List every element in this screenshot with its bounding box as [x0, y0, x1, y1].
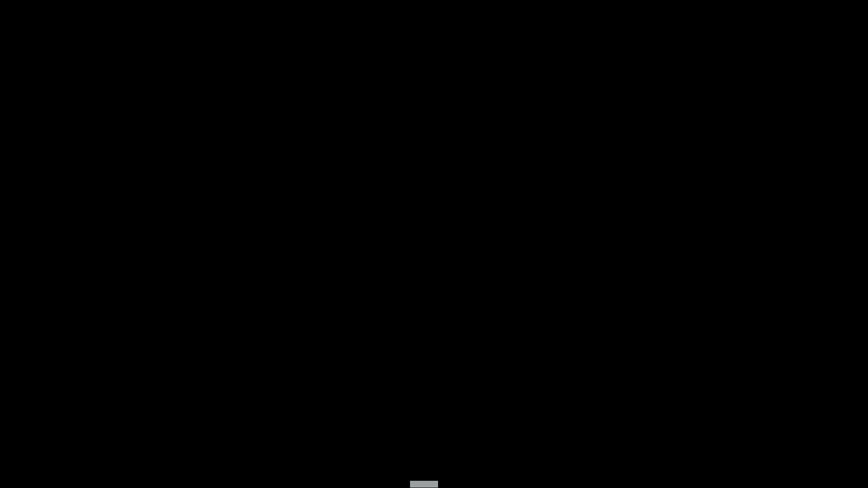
trading-app-window — [0, 0, 868, 488]
macd-toggle-button[interactable] — [410, 481, 438, 488]
chart-canvas[interactable] — [0, 0, 868, 488]
